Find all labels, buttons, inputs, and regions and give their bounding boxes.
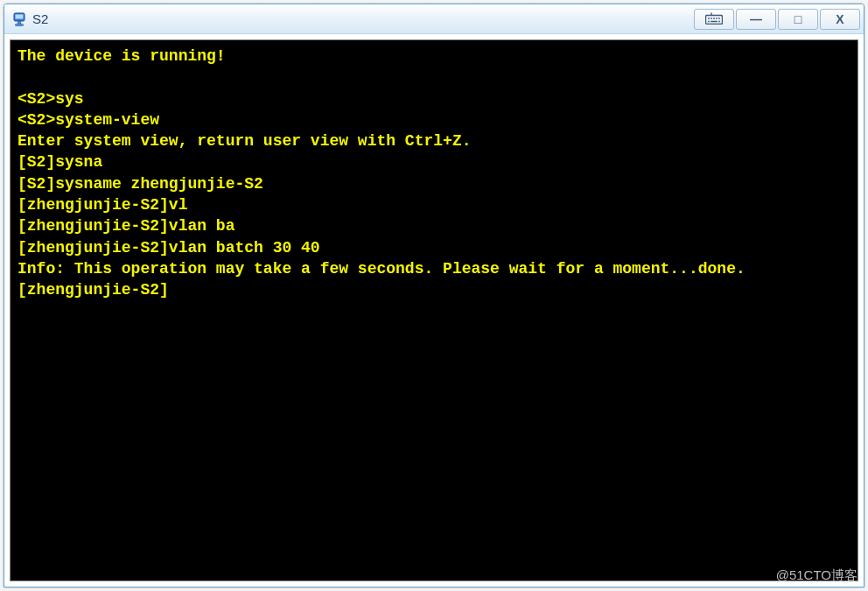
svg-rect-3 [706, 15, 723, 24]
titlebar[interactable]: S2 — □ X [4, 4, 864, 34]
svg-rect-11 [710, 20, 718, 22]
terminal-line: The device is running! [18, 46, 850, 67]
svg-point-7 [713, 18, 715, 19]
terminal-line: [S2]sysna [18, 151, 850, 172]
svg-point-2 [15, 24, 24, 25]
keyboard-icon [705, 12, 723, 26]
maximize-button[interactable]: □ [778, 9, 818, 30]
terminal-line: [zhengjunjie-S2]vlan batch 30 40 [18, 237, 850, 258]
keyboard-button[interactable] [694, 9, 734, 30]
terminal-line: [S2]sysname zhengjunjie-S2 [18, 173, 850, 194]
app-icon [11, 11, 27, 27]
close-button[interactable]: X [820, 9, 860, 30]
terminal-line: [zhengjunjie-S2]vl [18, 194, 850, 215]
terminal-line: <S2>system-view [18, 109, 850, 130]
terminal-output[interactable]: The device is running! <S2>sys<S2>system… [10, 39, 858, 581]
terminal-line: [zhengjunjie-S2]vlan ba [18, 215, 850, 236]
svg-point-10 [708, 20, 710, 22]
svg-rect-1 [16, 14, 24, 18]
window-controls: — □ X [692, 9, 860, 30]
terminal-line: [zhengjunjie-S2] [18, 279, 850, 300]
svg-point-5 [708, 18, 710, 19]
terminal-line: Enter system view, return user view with… [18, 130, 850, 151]
svg-point-9 [718, 18, 720, 19]
window-title: S2 [32, 11, 692, 26]
app-window: S2 — □ X The device is running! <S2>sys<… [4, 4, 864, 587]
svg-point-6 [710, 18, 712, 19]
svg-point-8 [716, 18, 718, 19]
minimize-button[interactable]: — [736, 9, 776, 30]
terminal-line [18, 67, 850, 88]
terminal-line: <S2>sys [18, 88, 850, 109]
terminal-line: Info: This operation may take a few seco… [18, 258, 850, 279]
svg-point-12 [718, 20, 720, 22]
